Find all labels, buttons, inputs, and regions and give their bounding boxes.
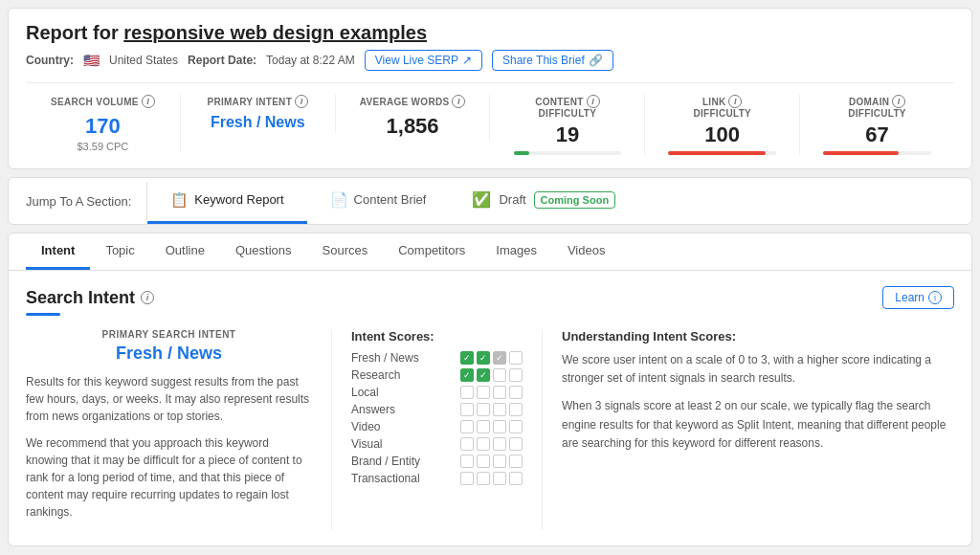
score-boxes: [460, 437, 523, 451]
learn-circle-icon: i: [928, 291, 942, 304]
jump-tabs: 📋 Keyword Report 📄 Content Brief ✅ Draft…: [147, 178, 954, 224]
sub-tab-questions[interactable]: Questions: [220, 233, 307, 270]
stat-search-volume: SEARCH VOLUME i 170 $3.59 CPC: [26, 95, 181, 152]
report-date-label: Report Date:: [188, 54, 256, 67]
learn-button[interactable]: Learn i: [882, 286, 954, 309]
tab-draft[interactable]: ✅ Draft Coming Soon: [449, 178, 638, 224]
tab-keyword-report[interactable]: 📋 Keyword Report: [147, 179, 306, 224]
content-difficulty-bar: [514, 151, 530, 155]
sub-tab-images[interactable]: Images: [480, 233, 552, 270]
score-row: Brand / Entity: [351, 455, 523, 468]
score-box: ✓: [460, 368, 474, 382]
content-difficulty-label: CONTENT: [535, 97, 583, 107]
report-header-card: Report for responsive web design example…: [8, 8, 972, 169]
understanding-title: Understanding Intent Scores:: [562, 329, 954, 344]
section-header: Search Intent i Learn i: [26, 286, 954, 309]
report-keyword-link[interactable]: responsive web design examples: [123, 22, 427, 43]
primary-intent-section-value: Fresh / News: [26, 344, 312, 364]
score-boxes: ✓✓: [460, 368, 523, 382]
search-volume-value: 170: [35, 114, 170, 139]
score-box: ✓: [477, 351, 490, 365]
primary-intent-label: PRIMARY INTENT: [207, 97, 292, 107]
score-box: [493, 386, 506, 399]
sub-tab-topic[interactable]: Topic: [90, 233, 149, 270]
search-volume-label: SEARCH VOLUME: [51, 97, 139, 107]
sub-tab-videos[interactable]: Videos: [552, 233, 621, 270]
content-difficulty-info-icon: i: [587, 95, 600, 108]
section-info-icon: i: [141, 291, 154, 304]
view-live-serp-label: View Live SERP: [375, 54, 458, 67]
score-box: [460, 386, 474, 399]
score-box: [493, 455, 506, 468]
keyword-report-icon: 📋: [170, 191, 189, 209]
sub-tab-sources[interactable]: Sources: [307, 233, 384, 270]
score-boxes: ✓✓✓: [460, 351, 523, 365]
score-row: Research✓✓: [351, 368, 523, 382]
draft-label: Draft: [499, 192, 525, 207]
sub-tab-outline[interactable]: Outline: [150, 233, 220, 270]
score-box: [493, 420, 506, 433]
section-title-text: Search Intent: [26, 288, 135, 308]
score-boxes: [460, 455, 523, 468]
report-title-prefix: Report for: [26, 22, 123, 43]
score-box: [477, 420, 490, 433]
view-live-serp-button[interactable]: View Live SERP ↗: [365, 50, 482, 71]
content-difficulty-bar-container: [514, 151, 622, 155]
score-box: [493, 437, 506, 451]
score-box: [509, 386, 523, 399]
country-flag: 🇺🇸: [83, 53, 100, 68]
sub-tab-competitors[interactable]: Competitors: [383, 233, 480, 270]
link-difficulty-value: 100: [655, 122, 790, 147]
stat-primary-intent: PRIMARY INTENT i Fresh / News: [181, 95, 336, 133]
link-difficulty-info-icon: i: [728, 95, 742, 108]
country-label: Country:: [26, 54, 74, 67]
jump-nav-label: Jump To A Section:: [26, 183, 147, 220]
score-box: [477, 455, 490, 468]
keyword-report-label: Keyword Report: [194, 192, 283, 207]
domain-difficulty-info-icon: i: [892, 95, 905, 108]
score-row: Answers: [351, 403, 523, 416]
tab-content-brief[interactable]: 📄 Content Brief: [307, 179, 450, 224]
score-box: [460, 455, 474, 468]
score-boxes: [460, 472, 523, 485]
score-box: [509, 472, 523, 485]
score-box: [509, 420, 523, 433]
score-row-label: Transactional: [351, 472, 437, 485]
link-difficulty-label: LINK: [702, 97, 726, 107]
search-volume-sub: $3.59 CPC: [35, 141, 170, 152]
search-volume-info-icon: i: [142, 95, 155, 108]
draft-check-icon: ✅: [472, 190, 491, 209]
learn-label: Learn: [895, 291, 924, 304]
score-boxes: [460, 420, 523, 433]
score-box: ✓: [477, 368, 490, 382]
score-row: Visual: [351, 437, 523, 451]
primary-intent-info-icon: i: [295, 95, 308, 108]
score-box: [460, 437, 474, 451]
score-row-label: Brand / Entity: [351, 455, 437, 468]
link-icon: 🔗: [589, 54, 603, 67]
stat-domain-difficulty: DOMAIN i DIFFICULTY 67: [800, 95, 954, 155]
coming-soon-badge: Coming Soon: [534, 191, 616, 209]
report-title: Report for responsive web design example…: [26, 22, 954, 44]
intent-left: PRIMARY SEARCH INTENT Fresh / News Resul…: [26, 329, 332, 530]
external-link-icon: ↗: [462, 54, 472, 67]
score-box: [509, 403, 523, 416]
link-difficulty-bar: [668, 151, 765, 155]
intent-content: PRIMARY SEARCH INTENT Fresh / News Resul…: [26, 329, 954, 530]
jump-nav: Jump To A Section: 📋 Keyword Report 📄 Co…: [8, 177, 972, 225]
score-box: [477, 472, 490, 485]
score-box: [477, 386, 490, 399]
stats-row: SEARCH VOLUME i 170 $3.59 CPC PRIMARY IN…: [26, 82, 954, 155]
section-title: Search Intent i: [26, 288, 154, 308]
intent-scores-title: Intent Scores:: [351, 329, 523, 344]
score-box: [460, 403, 474, 416]
score-box: [477, 437, 490, 451]
understanding-text-2: When 3 signals score at least 2 on our s…: [562, 397, 954, 453]
score-boxes: [460, 403, 523, 416]
score-box: [460, 472, 474, 485]
share-this-brief-button[interactable]: Share This Brief 🔗: [492, 50, 613, 71]
understanding-text-1: We score user intent on a scale of 0 to …: [562, 351, 954, 388]
sub-tab-intent[interactable]: Intent: [26, 233, 90, 270]
score-rows-container: Fresh / News✓✓✓Research✓✓LocalAnswersVid…: [351, 351, 523, 485]
score-row-label: Local: [351, 386, 437, 399]
